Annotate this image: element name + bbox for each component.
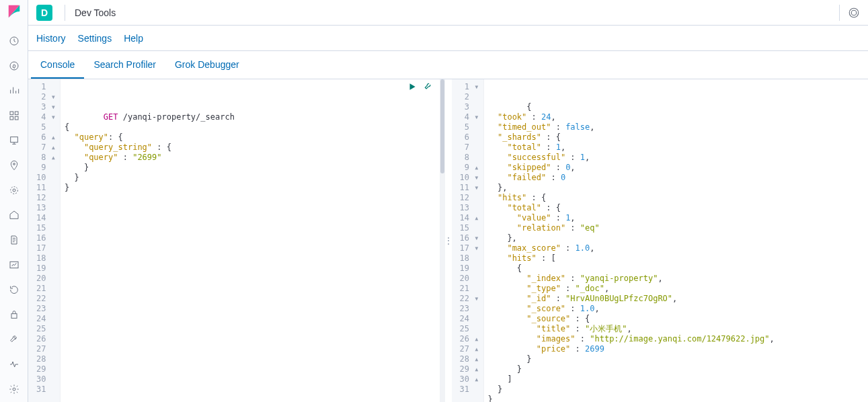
svg-point-14: [851, 10, 857, 15]
canvas-icon[interactable]: [7, 134, 21, 147]
request-code[interactable]: GET /yanqi-property/_search { "query": {…: [61, 79, 445, 402]
recent-icon[interactable]: [7, 34, 21, 47]
svg-point-8: [13, 189, 15, 192]
ml-icon[interactable]: [7, 184, 21, 196]
svg-rect-11: [11, 314, 17, 319]
svg-point-12: [13, 388, 15, 391]
maps-icon[interactable]: [7, 159, 21, 171]
response-gutter: 1 ▾ 2 3 4 ▾ 5 6 7 8 9 ▴ 10 ▾ 11 ▾ 12 13 …: [452, 79, 484, 402]
request-editor[interactable]: 1 2 ▾ 3 ▾ 4 ▾ 5 6 ▴ 7 ▴ 8 ▴ 9 10 11 12 1…: [28, 79, 445, 402]
request-actions: [407, 82, 433, 93]
tab-grok-debugger[interactable]: Grok Debugger: [165, 51, 249, 79]
help-icon[interactable]: [848, 7, 860, 19]
dashboard-icon[interactable]: [7, 109, 21, 122]
wrench-icon[interactable]: [424, 82, 433, 93]
response-code: { "took" : 24, "timed_out" : false, "_sh…: [484, 79, 869, 402]
svg-point-9: [10, 187, 17, 194]
pane-splitter[interactable]: [445, 79, 452, 402]
svg-point-1: [10, 62, 18, 70]
uptime-icon[interactable]: [7, 284, 21, 296]
svg-rect-6: [10, 136, 17, 142]
nav-sidebar: [0, 0, 28, 402]
monitoring-icon[interactable]: [7, 358, 21, 371]
svg-point-7: [13, 163, 15, 165]
kibana-logo-icon[interactable]: [7, 4, 22, 19]
discover-icon[interactable]: [7, 59, 21, 72]
tab-search-profiler[interactable]: Search Profiler: [84, 51, 165, 79]
response-editor[interactable]: 1 ▾ 2 3 4 ▾ 5 6 7 8 9 ▴ 10 ▾ 11 ▾ 12 13 …: [452, 79, 869, 402]
run-icon[interactable]: [407, 82, 417, 93]
svg-rect-5: [15, 116, 18, 120]
logs-icon[interactable]: [7, 234, 21, 247]
apm-icon[interactable]: [7, 259, 21, 272]
menu-history[interactable]: History: [36, 33, 66, 44]
top-header: D Dev Tools: [28, 0, 868, 26]
tab-console[interactable]: Console: [31, 51, 84, 79]
visualize-icon[interactable]: [7, 84, 21, 97]
request-gutter: 1 2 ▾ 3 ▾ 4 ▾ 5 6 ▴ 7 ▴ 8 ▴ 9 10 11 12 1…: [28, 79, 61, 402]
main-area: D Dev Tools History Settings Help Consol…: [28, 0, 868, 402]
menu-bar: History Settings Help: [28, 26, 868, 51]
editors-split: 1 2 ▾ 3 ▾ 4 ▾ 5 6 ▴ 7 ▴ 8 ▴ 9 10 11 12 1…: [28, 79, 868, 402]
svg-rect-4: [10, 116, 13, 120]
tab-bar: Console Search Profiler Grok Debugger: [28, 51, 868, 79]
app-badge: D: [36, 5, 52, 21]
page-title: Dev Tools: [75, 7, 116, 18]
dev-tools-icon[interactable]: [7, 333, 21, 346]
svg-point-13: [849, 8, 859, 17]
infra-icon[interactable]: [7, 208, 21, 221]
svg-rect-2: [10, 112, 13, 115]
menu-settings[interactable]: Settings: [78, 33, 112, 44]
svg-rect-3: [15, 112, 18, 115]
menu-help[interactable]: Help: [124, 33, 143, 44]
security-icon[interactable]: [7, 309, 21, 321]
request-scrollbar[interactable]: [440, 79, 445, 402]
management-icon[interactable]: [7, 383, 21, 396]
